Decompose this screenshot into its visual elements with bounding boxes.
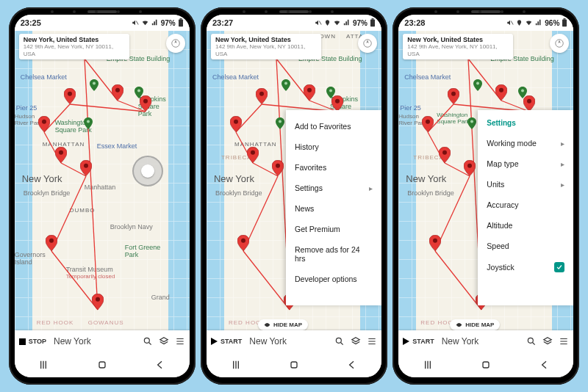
map-label-essex: Essex Market <box>97 142 137 150</box>
wifi-icon <box>141 19 149 26</box>
svg-point-76 <box>442 150 447 155</box>
svg-point-14 <box>137 90 140 92</box>
layers-icon[interactable] <box>159 336 169 346</box>
map-marker-pin[interactable] <box>331 95 343 112</box>
svg-point-22 <box>49 239 54 243</box>
search-icon[interactable] <box>334 336 345 346</box>
map-marker-pin[interactable] <box>237 235 249 251</box>
search-title: New York, United States <box>407 36 509 43</box>
map-marker-pin[interactable] <box>256 88 268 104</box>
map-marker-pin[interactable] <box>247 147 259 163</box>
menu-item[interactable]: Joystick <box>478 256 573 278</box>
map-marker-pin[interactable] <box>448 88 459 104</box>
eye-icon <box>456 322 462 328</box>
search-title: New York, United States <box>24 36 125 43</box>
map-label-hudson: Hudson River Par <box>398 113 423 126</box>
layers-icon[interactable] <box>351 336 361 346</box>
clock: 23:28 <box>404 18 425 27</box>
search-icon[interactable] <box>143 336 153 346</box>
menu-item[interactable]: Remove ads for 24 hrs <box>286 239 381 269</box>
wifi-icon <box>333 19 341 26</box>
search-location-card[interactable]: New York, United States 142 9th Ave, New… <box>403 34 513 59</box>
recents-icon[interactable] <box>37 359 49 371</box>
menu-icon[interactable] <box>367 336 377 346</box>
svg-rect-29 <box>370 20 375 27</box>
recents-icon[interactable] <box>230 359 242 371</box>
back-icon[interactable] <box>154 359 166 371</box>
compass-button[interactable] <box>166 34 185 53</box>
map-view[interactable]: MIDTOWN ATTAN Empire State Building Chel… <box>207 31 381 352</box>
map-marker-pin[interactable] <box>112 84 123 101</box>
menu-item[interactable]: History <box>286 137 381 157</box>
map-label-transit: Transit Museum <box>66 266 113 273</box>
map-view[interactable]: Empire State Building Chelsea Market Was… <box>15 31 190 352</box>
menu-item[interactable]: Favorites <box>286 157 381 178</box>
map-marker-pin[interactable] <box>46 235 57 251</box>
map-marker-pin[interactable] <box>304 84 315 101</box>
recents-icon[interactable] <box>422 359 434 371</box>
menu-item-label: Developer options <box>295 275 357 283</box>
map-marker-pin[interactable] <box>64 88 76 104</box>
menu-icon[interactable] <box>175 336 185 346</box>
map-marker-pin[interactable] <box>80 160 92 176</box>
menu-item[interactable]: Add to Favorites <box>286 116 381 137</box>
map-marker-pin[interactable] <box>55 147 67 163</box>
map-label-gowanus: GOWANUS <box>88 319 124 326</box>
map-marker-pin[interactable] <box>429 235 441 251</box>
map-marker-pin[interactable] <box>140 95 151 112</box>
menu-item[interactable]: Map type▸ <box>478 153 573 174</box>
phone-frame-2: 23:27 97% MIDTOWN ATTAN Empire State Bui… <box>201 7 387 385</box>
start-button[interactable]: START <box>403 338 434 345</box>
start-label: START <box>220 338 242 345</box>
search-location-card[interactable]: New York, United States 142 9th Ave, New… <box>211 34 321 59</box>
menu-item[interactable]: Developer options <box>286 269 381 289</box>
map-marker-pin[interactable] <box>92 294 104 310</box>
map-label-chelsea: Chelsea Market <box>212 73 259 81</box>
mute-icon <box>315 19 322 26</box>
search-icon[interactable] <box>526 336 537 346</box>
map-marker-pin[interactable] <box>38 116 50 132</box>
map-marker-pin[interactable] <box>272 160 284 176</box>
menu-item[interactable]: Accuracy <box>478 195 573 215</box>
map-view[interactable]: Empire State Building Chelsea Market Was… <box>398 31 573 352</box>
map-marker-pin[interactable] <box>523 95 535 112</box>
compass-button[interactable] <box>358 34 377 53</box>
svg-point-68 <box>476 82 479 85</box>
hide-map-chip[interactable]: HIDE MAP <box>450 319 500 330</box>
hide-map-chip[interactable]: HIDE MAP <box>258 319 308 330</box>
menu-item[interactable]: Altitude <box>478 215 573 236</box>
home-icon[interactable] <box>96 359 108 371</box>
stop-label: STOP <box>29 338 46 345</box>
overflow-menu: Add to FavoritesHistoryFavoritesSettings… <box>286 110 381 305</box>
map-label-redhook: RED HOOK <box>37 319 74 326</box>
map-marker-pin[interactable] <box>464 160 476 176</box>
map-label-chelsea: Chelsea Market <box>404 73 451 81</box>
back-icon[interactable] <box>346 359 358 371</box>
svg-point-41 <box>279 120 282 123</box>
map-marker-pin[interactable] <box>230 116 242 132</box>
home-icon[interactable] <box>288 359 300 371</box>
battery-pct: 97% <box>161 19 176 27</box>
menu-item[interactable]: Working mode▸ <box>478 133 573 153</box>
svg-point-75 <box>426 120 430 124</box>
stop-button[interactable]: STOP <box>19 338 46 345</box>
signal-icon <box>343 19 351 26</box>
phone-frame-3: 23:28 96% Empire State Building Chelsea … <box>392 7 579 385</box>
back-icon[interactable] <box>539 359 551 371</box>
menu-item[interactable]: News <box>286 198 381 219</box>
map-marker-pin[interactable] <box>495 84 507 101</box>
map-marker-pin[interactable] <box>422 116 434 132</box>
menu-item[interactable]: Speed <box>478 236 573 256</box>
svg-point-21 <box>84 164 88 168</box>
menu-item[interactable]: Get Premium <box>286 219 381 239</box>
layers-icon[interactable] <box>542 336 553 346</box>
signal-icon <box>535 19 542 26</box>
search-location-card[interactable]: New York, United States 142 9th Ave, New… <box>19 34 129 59</box>
menu-item[interactable]: Settings▸ <box>286 178 381 198</box>
menu-icon[interactable] <box>559 336 569 346</box>
start-button[interactable]: START <box>211 338 242 345</box>
home-icon[interactable] <box>480 359 492 371</box>
menu-item[interactable]: Units▸ <box>478 174 573 195</box>
map-marker-pin[interactable] <box>439 147 451 163</box>
joystick-control[interactable] <box>132 156 163 186</box>
